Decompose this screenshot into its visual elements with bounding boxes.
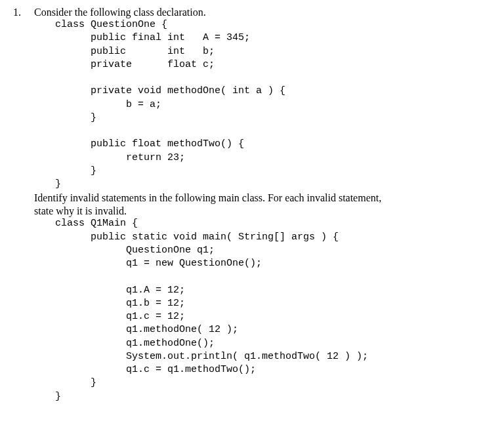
code-block-q1main: class Q1Main { public static void main( …: [55, 217, 491, 403]
question-header: 1. Consider the following class declarat…: [13, 7, 491, 18]
code-block-questionone: class QuestionOne { public final int A =…: [55, 18, 491, 191]
question-prompt-2b: state why it is invalid.: [34, 205, 491, 217]
question-prompt-1: Consider the following class declaration…: [34, 7, 206, 18]
question-number: 1.: [13, 7, 25, 18]
question-prompt-2a: Identify invalid statements in the follo…: [34, 192, 491, 204]
